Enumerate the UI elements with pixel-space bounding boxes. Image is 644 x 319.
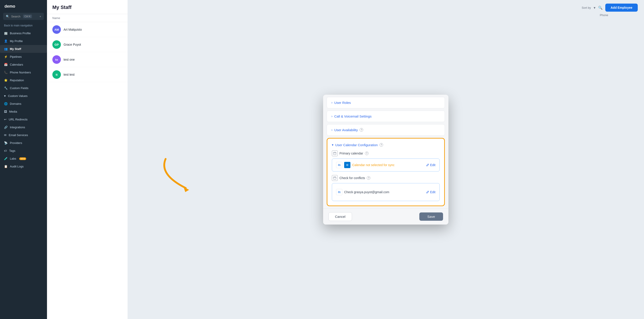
calendar-not-selected-status: Calendar not selected for sync: [352, 163, 394, 167]
call-voicemail-section: › Call & Voicemail Settings: [327, 111, 445, 122]
user-roles-header[interactable]: › User Roles: [327, 97, 444, 108]
google-calendar-icon: 31: [336, 162, 342, 168]
sidebar-item-domains[interactable]: 🌐 Domains: [0, 100, 47, 108]
check-conflicts-email: Check grasya.puyot@gmail.com: [344, 190, 389, 194]
calendar-card-icons: 31 O Calendar not selected for sync: [336, 162, 394, 168]
sidebar-label-media: Media: [9, 110, 17, 113]
lab-icon: 🧪: [4, 157, 8, 160]
calendar-config-help-icon: ?: [380, 143, 383, 147]
modal-footer: Cancel Save: [323, 208, 448, 224]
search-shortcut: Ctrl K: [23, 15, 32, 18]
user-icon: 👤: [4, 39, 8, 43]
search-bar[interactable]: 🔍 Search Ctrl K +: [3, 13, 44, 20]
check-conflicts-edit-label: Edit: [430, 190, 436, 194]
avatar-test-test: tt: [52, 70, 61, 79]
sidebar-item-url-redirects[interactable]: ↩ URL Redirects: [0, 116, 47, 123]
avatar-art-malquisto: AM: [52, 25, 61, 34]
email-icon: ✉: [4, 133, 6, 137]
media-icon: 🖼: [4, 110, 7, 113]
pipeline-icon: ⚡: [4, 55, 8, 59]
staff-name-test-test: test test: [64, 73, 74, 76]
sidebar-label-domains: Domains: [10, 102, 21, 105]
sidebar-item-integrations[interactable]: 🔗 Integrations: [0, 123, 47, 131]
calendar-config-section: ▾ User Calendar Configuration ?: [327, 138, 445, 206]
sidebar-label-calendars: Calendars: [10, 63, 23, 66]
fields-icon: 🔧: [4, 86, 8, 90]
check-conflicts-icon: [332, 175, 338, 181]
sidebar-item-audit-logs[interactable]: 📋 Audit Logs: [0, 163, 47, 170]
sidebar-item-my-staff[interactable]: 👥 My Staff: [0, 45, 47, 53]
sidebar-label-providers: Providers: [10, 141, 22, 145]
domain-icon: 🌐: [4, 102, 8, 105]
phone-icon: 📞: [4, 71, 8, 74]
sidebar-item-custom-fields[interactable]: 🔧 Custom Fields: [0, 84, 47, 92]
call-voicemail-header[interactable]: › Call & Voicemail Settings: [327, 111, 444, 122]
calendar-icon: 📅: [4, 63, 8, 66]
sidebar-item-calendars[interactable]: 📅 Calendars: [0, 61, 47, 69]
cancel-button[interactable]: Cancel: [328, 212, 352, 221]
sidebar-item-reputation[interactable]: ⭐ Reputation: [0, 76, 47, 84]
search-label: Search: [11, 15, 20, 18]
search-add-icon: +: [40, 15, 41, 18]
staff-row-test-test[interactable]: tt test test: [47, 67, 128, 82]
staff-name-grace-puyot: Grace Puyot: [64, 43, 81, 46]
sidebar-label-labs: Labs: [10, 157, 16, 160]
page-title: My Staff: [47, 0, 128, 14]
check-conflicts-label: Check for conflicts: [340, 176, 365, 180]
google-calendar-icon-2: 31: [336, 189, 342, 195]
sidebar-item-media[interactable]: 🖼 Media: [0, 108, 47, 116]
sidebar-item-pipelines[interactable]: ⚡ Pipelines: [0, 53, 47, 61]
sidebar-label-custom-fields: Custom Fields: [10, 86, 28, 90]
edit-icon-2: [426, 190, 429, 194]
chevron-right-icon: ›: [332, 101, 332, 104]
staff-name-test-one: test one: [64, 58, 75, 61]
sidebar-item-business-profile[interactable]: 🏢 Business Profile: [0, 29, 47, 37]
sidebar-label-url-redirects: URL Redirects: [9, 118, 28, 121]
staff-row-art-malquisto[interactable]: AM Art Malquisto: [47, 22, 128, 37]
svg-rect-0: [334, 152, 336, 155]
sidebar-item-custom-values[interactable]: ♥ Custom Values: [0, 92, 47, 100]
search-icon: 🔍: [6, 15, 10, 18]
sidebar: demo 🔍 Search Ctrl K + Back to main navi…: [0, 0, 47, 319]
user-calendar-config-label: User Calendar Configuration: [335, 143, 378, 147]
chevron-right-icon-2: ›: [332, 114, 332, 118]
audit-icon: 📋: [4, 165, 8, 168]
avatar-grace-puyot: GP: [52, 40, 61, 49]
primary-calendar-edit-button[interactable]: Edit: [426, 163, 436, 167]
provider-icon: 📡: [4, 141, 8, 145]
sidebar-item-email-services[interactable]: ✉ Email Services: [0, 131, 47, 139]
check-conflicts-title-row: Check for conflicts ?: [332, 175, 440, 181]
check-conflicts-card: 31 Check grasya.puyot@gmail.com Edit: [332, 183, 440, 201]
check-conflicts-edit-button[interactable]: Edit: [426, 190, 436, 194]
staff-row-test-one[interactable]: to test one: [47, 52, 128, 67]
primary-calendar-label: Primary calendar: [340, 152, 363, 155]
sidebar-label-my-staff: My Staff: [10, 47, 21, 51]
edit-icon: [426, 163, 429, 167]
staff-name-art-malquisto: Art Malquisto: [64, 28, 82, 31]
user-availability-section: › User Availability ?: [327, 124, 445, 136]
chevron-down-icon-cal: ▾: [332, 143, 334, 147]
avatar-test-one: to: [52, 55, 61, 64]
primary-calendar-icon: [332, 150, 338, 156]
user-availability-header[interactable]: › User Availability ?: [327, 124, 444, 135]
tag-icon: 🏷: [4, 149, 7, 152]
app-logo: demo: [0, 0, 47, 11]
back-to-main-nav[interactable]: Back to main navigation: [0, 22, 47, 29]
modal-content: › User Roles › Call & Voicemail Settings…: [323, 95, 448, 208]
sidebar-label-my-profile: My Profile: [10, 39, 23, 43]
primary-calendar-card: 31 O Calendar not selected for sync Edit: [332, 158, 440, 171]
sidebar-item-phone-numbers[interactable]: 📞 Phone Numbers: [0, 69, 47, 76]
sidebar-item-my-profile[interactable]: 👤 My Profile: [0, 37, 47, 45]
staff-row-grace-puyot[interactable]: GP Grace Puyot: [47, 37, 128, 52]
star-icon: ⭐: [4, 79, 8, 82]
sidebar-label-business-profile: Business Profile: [10, 32, 31, 35]
integration-icon: 🔗: [4, 126, 8, 129]
sidebar-item-labs[interactable]: 🧪 Labs NEW: [0, 155, 47, 163]
check-conflicts-card-left: 31 Check grasya.puyot@gmail.com: [336, 189, 389, 195]
users-icon: 👥: [4, 47, 8, 51]
sidebar-item-tags[interactable]: 🏷 Tags: [0, 147, 47, 155]
save-button[interactable]: Save: [419, 212, 443, 221]
sidebar-item-providers[interactable]: 📡 Providers: [0, 139, 47, 147]
primary-calendar-help-icon: ?: [365, 152, 368, 155]
sidebar-label-integrations: Integrations: [10, 126, 25, 129]
